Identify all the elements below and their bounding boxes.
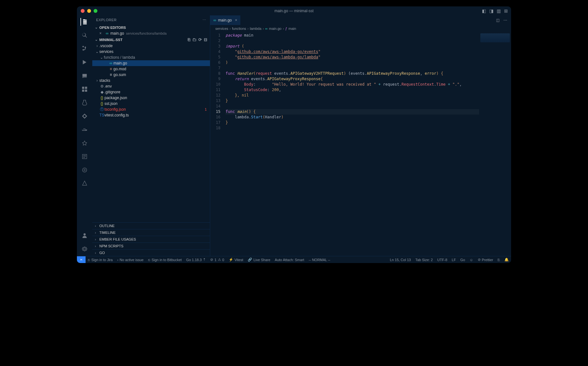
eol[interactable]: LF (450, 256, 458, 263)
go-file-icon: ∞ (213, 18, 216, 22)
statusbar: ⎋Sign in to Jira ›No active issue ⎋Sign … (77, 256, 511, 263)
collapse-all-icon[interactable]: ⊟ (204, 37, 207, 42)
go-mod-icon: ≡ (108, 67, 113, 71)
timeline-section[interactable]: ›TIMELINE (92, 229, 210, 236)
split-editor-icon[interactable]: ◫ (496, 18, 500, 22)
file-sst-json[interactable]: {}sst.json (92, 101, 210, 106)
line-numbers: 123456789101112131415161718 (210, 32, 226, 256)
tab-size[interactable]: Tab Size: 2 (413, 256, 435, 263)
activity-bar (77, 15, 92, 256)
file-go-sum[interactable]: ≡go.sum (92, 72, 210, 78)
editor-area: ∞ main.go × ◫ ⋯ services› functions› lam… (210, 15, 511, 256)
vitest-status[interactable]: ⚡Vitest (227, 256, 245, 263)
npm-section[interactable]: ›NPM SCRIPTS (92, 243, 210, 249)
go-section[interactable]: ›GO (92, 249, 210, 256)
close-tab-icon[interactable]: × (235, 18, 237, 22)
toggle-panel-icon[interactable]: ◨ (489, 8, 493, 13)
close-editor-icon[interactable]: × (99, 31, 104, 36)
customize-layout-icon[interactable]: ⊞ (504, 8, 508, 13)
open-editors-section[interactable]: ⌄OPEN EDITORS (92, 24, 210, 30)
folder-lambda[interactable]: ⌄functions / lambda (92, 55, 210, 60)
vim-mode: -- NORMAL -- (306, 256, 332, 263)
feedback-icon[interactable]: ☺ (467, 256, 475, 263)
folder-stacks[interactable]: ›stacks (92, 78, 210, 83)
traffic-lights (77, 9, 97, 13)
file-tsconfig[interactable]: Ⓣtsconfig.json1 (92, 106, 210, 112)
go-version[interactable]: Go 1.18.3⇡ (184, 256, 208, 263)
todo-activity-icon[interactable] (81, 153, 88, 160)
code-editor[interactable]: package mainimport ( "github.com/aws/aws… (226, 32, 479, 256)
language-mode[interactable]: Go (458, 256, 468, 263)
bell-icon[interactable]: 🔔 (502, 256, 511, 263)
jira-status[interactable]: ⎋Sign in to Jira (86, 256, 115, 263)
vscode-window: main.go — minimal-sst ◧ ◨ ▥ ⊞ (77, 6, 511, 263)
workspace-section[interactable]: ⌄MINIMAL-SST ⎘ 🗀 ⟳ ⊟ (92, 36, 210, 43)
kubernetes-activity-icon[interactable] (81, 166, 88, 174)
file-vitest[interactable]: TSvitest.config.ts (92, 112, 210, 118)
json-icon: {} (99, 96, 104, 100)
prettier-status[interactable]: ⊘Prettier (476, 256, 495, 263)
remote-explorer-activity-icon[interactable] (81, 72, 88, 80)
extensions-activity-icon[interactable] (81, 85, 88, 93)
file-tree: ›.vscode ⌄services ⌄functions / lambda ∞… (92, 43, 210, 222)
file-package-json[interactable]: {}package.json (92, 95, 210, 101)
gear-icon: ⚙ (99, 84, 104, 89)
ts-icon: TS (99, 113, 104, 117)
new-file-icon[interactable]: ⎘ (188, 37, 190, 42)
serverless-activity-icon[interactable] (81, 180, 88, 187)
settings-gear-icon[interactable] (81, 245, 88, 253)
search-activity-icon[interactable] (81, 31, 88, 39)
sidebar-title: EXPLORER ⋯ (92, 15, 210, 24)
ember-section[interactable]: ›EMBER FILE USAGES (92, 236, 210, 243)
file-main-go[interactable]: ∞main.go (92, 60, 210, 66)
file-env[interactable]: ⚙.env (92, 83, 210, 89)
window-title: main.go — minimal-sst (274, 9, 313, 13)
cursor-position[interactable]: Ln 15, Col 13 (388, 256, 413, 263)
encoding[interactable]: UTF-8 (435, 256, 450, 263)
tweet-icon[interactable]: ⎘ (495, 256, 502, 263)
explorer-activity-icon[interactable] (80, 18, 88, 26)
run-debug-activity-icon[interactable] (81, 58, 88, 66)
autoattach-status[interactable]: Auto Attach: Smart (273, 256, 307, 263)
issue-status[interactable]: ›No active issue (115, 256, 146, 263)
sidebar: EXPLORER ⋯ ⌄OPEN EDITORS × ∞ main.go ser… (92, 15, 210, 256)
folder-vscode[interactable]: ›.vscode (92, 43, 210, 49)
tab-main-go[interactable]: ∞ main.go × (210, 15, 241, 25)
tab-bar: ∞ main.go × ◫ ⋯ (210, 15, 511, 25)
ts-icon: Ⓣ (99, 107, 104, 112)
minimap[interactable] (479, 32, 511, 256)
go-sum-icon: ≡ (108, 72, 113, 77)
source-control-activity-icon[interactable] (81, 45, 88, 53)
window-minimize-button[interactable] (87, 9, 91, 13)
jira-activity-icon[interactable] (81, 112, 88, 120)
remote-indicator[interactable] (77, 256, 86, 263)
live-share-activity-icon[interactable] (81, 139, 88, 147)
git-icon: ◆ (99, 90, 104, 94)
go-file-icon: ∞ (108, 61, 113, 65)
error-badge: 1 (205, 107, 207, 111)
window-maximize-button[interactable] (94, 9, 97, 13)
folder-services[interactable]: ⌄services (92, 49, 210, 55)
open-editor-item[interactable]: × ∞ main.go services/functions/lambda (92, 30, 210, 36)
new-folder-icon[interactable]: 🗀 (192, 37, 196, 42)
accounts-icon[interactable] (81, 232, 88, 239)
bitbucket-status[interactable]: ⎋Sign in to Bitbucket (146, 256, 184, 263)
svg-point-2 (84, 233, 86, 235)
title-actions: ◧ ◨ ▥ ⊞ (482, 8, 508, 13)
problems-status[interactable]: ⊘1⚠0 (208, 256, 226, 263)
go-file-icon: ∞ (106, 31, 109, 36)
file-gitignore[interactable]: ◆.gitignore (92, 89, 210, 95)
toggle-secondary-sidebar-icon[interactable]: ▥ (497, 8, 501, 13)
sidebar-more-icon[interactable]: ⋯ (203, 18, 206, 22)
liveshare-status[interactable]: 🔗Live Share (245, 256, 273, 263)
window-close-button[interactable] (81, 9, 85, 13)
file-go-mod[interactable]: ≡go.mod (92, 66, 210, 72)
docker-activity-icon[interactable] (81, 126, 88, 133)
titlebar: main.go — minimal-sst ◧ ◨ ▥ ⊞ (77, 6, 511, 15)
toggle-primary-sidebar-icon[interactable]: ◧ (482, 8, 486, 13)
more-editor-icon[interactable]: ⋯ (503, 18, 507, 22)
outline-section[interactable]: ›OUTLINE (92, 222, 210, 229)
testing-activity-icon[interactable] (81, 99, 88, 106)
breadcrumb[interactable]: services› functions› lambda› ∞main.go› ƒ… (210, 25, 511, 32)
refresh-icon[interactable]: ⟳ (198, 37, 202, 42)
